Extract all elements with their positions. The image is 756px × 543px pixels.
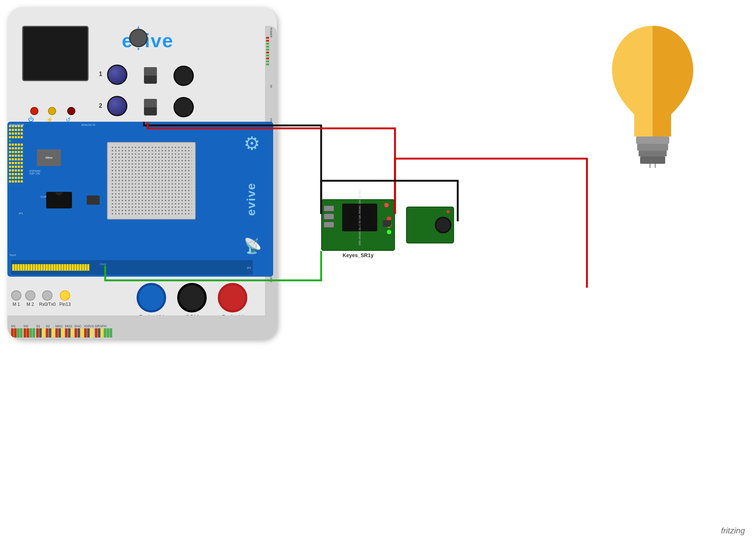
dc-board-led bbox=[447, 210, 450, 213]
relay-chip-text: SRD-05VDC-SL-C 5V 10A 250VAC 10A 125VAC bbox=[358, 190, 362, 245]
board-text-touch: Touch bbox=[9, 254, 16, 256]
label-m1: M 1 bbox=[11, 302, 21, 307]
bottom-indicator-row: M 1 M 2 Rx0/Tx0 Pin13 bbox=[11, 290, 71, 307]
breadboard bbox=[107, 142, 196, 219]
board-text-analog-in: ANALOG IN bbox=[9, 124, 24, 126]
switch-slot-2[interactable] bbox=[144, 99, 157, 115]
knob-2[interactable] bbox=[107, 96, 127, 116]
probe-iv-connector[interactable] bbox=[137, 283, 166, 312]
light-bulb-svg bbox=[597, 15, 708, 170]
dc-jack bbox=[435, 217, 451, 234]
indicator-rxtx bbox=[42, 290, 52, 301]
bulb-base-mid1 bbox=[637, 144, 668, 151]
strip-label-dac: DAC bbox=[75, 324, 83, 328]
label-rxtx: Rx0/Tx0 bbox=[39, 302, 56, 307]
strip-label-io3v3: IO3V3 bbox=[84, 324, 94, 328]
board-text-up2: JP2 bbox=[247, 267, 251, 269]
probe-v-connector[interactable] bbox=[218, 283, 247, 312]
arduino-board: ⚙ XBee bbox=[7, 122, 273, 277]
strip-label-m2: M2 bbox=[24, 324, 35, 328]
left-pin-headers bbox=[7, 124, 28, 271]
icsp-header bbox=[87, 196, 100, 205]
board-text-esp: ESP8266ESP-12E bbox=[30, 170, 41, 175]
xbee-module: XBee bbox=[37, 149, 61, 166]
bulb-base-mid2 bbox=[639, 151, 667, 156]
strip-label-m1: M1 bbox=[11, 324, 23, 328]
switch-slot-1[interactable] bbox=[144, 67, 157, 84]
button-2[interactable] bbox=[173, 97, 194, 117]
led-dark-red bbox=[67, 107, 75, 115]
relay-led-d1 bbox=[384, 203, 389, 207]
relay-optocoupler bbox=[383, 220, 391, 227]
bulb-glass-dark bbox=[653, 26, 693, 136]
probe-com-connector[interactable] bbox=[177, 283, 207, 312]
bottom-connector-strip: M1 M2 S1 bbox=[7, 315, 277, 339]
evive-board: evive ▲ ▼ 1 2 ⏻ ⚡ ↺ POWER bbox=[7, 7, 277, 339]
dc-jack-board bbox=[406, 207, 454, 243]
led-red bbox=[30, 107, 38, 115]
knob-1[interactable] bbox=[107, 65, 127, 85]
relay-module: SRD-05VDC-SL-C 5V 10A 250VAC 10A 125VAC … bbox=[321, 199, 395, 251]
evive-logo-board: evive bbox=[244, 183, 258, 216]
relay-coil: SRD-05VDC-SL-C 5V 10A 250VAC 10A 125VAC bbox=[342, 204, 377, 231]
button-1[interactable] bbox=[173, 66, 194, 86]
indicator-pin13 bbox=[60, 290, 70, 301]
light-bulb-container bbox=[597, 15, 708, 170]
bulb-base-bottom bbox=[640, 156, 665, 164]
label-m2: M 2 bbox=[25, 302, 35, 307]
indicator-m2 bbox=[25, 290, 35, 301]
label-2: 2 bbox=[99, 103, 102, 109]
relay-label: Keyes_SR1y bbox=[322, 252, 394, 258]
strip-label-mo1: MO1 bbox=[55, 324, 64, 328]
board-text-analog-in2: ANALOG IN bbox=[81, 124, 95, 126]
fritzing-watermark: fritzing bbox=[721, 526, 745, 536]
bottom-pin-row bbox=[11, 260, 253, 275]
label-pin13: Pin13 bbox=[59, 302, 71, 307]
gear-icon: ⚙ bbox=[244, 133, 260, 154]
joystick[interactable]: ▲ ▼ bbox=[129, 29, 148, 47]
led-yellow bbox=[48, 107, 56, 115]
ic-chip bbox=[46, 192, 72, 208]
label-1: 1 bbox=[99, 71, 102, 77]
screen bbox=[22, 26, 89, 81]
strip-label-graph: GRAPH bbox=[95, 324, 112, 328]
strip-label-s1: S1 bbox=[36, 324, 45, 328]
strip-label-s2: S2 bbox=[46, 324, 54, 328]
strip-label-mo2: MO2 bbox=[65, 324, 73, 328]
wifi-icon: 📡 bbox=[244, 237, 262, 255]
breadboard-dots bbox=[111, 146, 192, 216]
board-text-icsp: ICSP bbox=[41, 196, 47, 198]
board-text-jp1: JP1 bbox=[18, 212, 23, 215]
relay-left-terminals bbox=[324, 205, 334, 228]
indicator-m1 bbox=[11, 290, 21, 301]
bulb-base-top bbox=[636, 136, 669, 144]
